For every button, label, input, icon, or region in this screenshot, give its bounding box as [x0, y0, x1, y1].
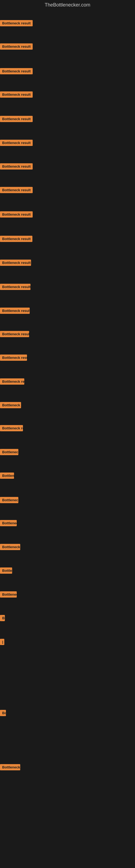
bottleneck-badge: Bottleneck res: [0, 425, 23, 431]
bottleneck-badge: |: [0, 639, 4, 645]
bottleneck-result-item: Bottleneck result: [0, 163, 33, 170]
bottleneck-badge: Bottleneck result: [0, 259, 31, 266]
bottleneck-result-item: B: [0, 615, 5, 622]
bottleneck-badge: Bottleneck result: [0, 163, 33, 169]
bottleneck-result-item: Bottleneck result: [0, 284, 31, 291]
bottleneck-result-item: Bottleneck result: [0, 331, 29, 338]
bottleneck-result-item: Bottleneck result: [0, 236, 32, 243]
bottleneck-result-item: Bottleneck: [0, 497, 18, 504]
bottleneck-badge: Bottleneck result: [0, 284, 31, 290]
bottleneck-badge: Bottleneck r: [0, 764, 20, 770]
bottleneck-badge: Bottleneck r: [0, 544, 20, 550]
site-title: TheBottlenecker.com: [0, 0, 135, 10]
bottleneck-result-item: Bottleneck res: [0, 425, 23, 432]
bottleneck-result-item: |: [0, 639, 4, 646]
bottleneck-badge: Bottleneck result: [0, 91, 33, 98]
bottleneck-result-item: Bottleneck result: [0, 187, 33, 194]
bottleneck-result-item: Bottleneck result: [0, 43, 33, 51]
bottleneck-badge: Bottlenec: [0, 591, 17, 597]
bottleneck-badge: B: [0, 615, 5, 621]
bottleneck-result-item: Bottlenec: [0, 520, 17, 527]
bottleneck-badge: Bottleneck result: [0, 308, 30, 314]
bottleneck-result-item: Bo: [0, 710, 6, 717]
bottleneck-result-item: Bottleneck result: [0, 140, 33, 147]
bottleneck-result-item: Bottleneck result: [0, 20, 33, 27]
bottleneck-result-item: Bottleneck r: [0, 544, 20, 551]
bottleneck-badge: Bottleneck result: [0, 331, 29, 337]
bottleneck-result-item: Bottleneck r: [0, 764, 20, 771]
bottleneck-result-item: Bottleneck result: [0, 91, 33, 99]
bottleneck-badge: Bottlenec: [0, 520, 17, 526]
bottleneck-result-item: Bottle: [0, 567, 12, 575]
bottleneck-badge: Bottleneck result: [0, 116, 33, 122]
bottleneck-result-item: Bottleneck result: [0, 211, 33, 219]
bottleneck-badge: Bottleneck result: [0, 187, 33, 193]
bottleneck-result-item: Bottleneck result: [0, 354, 27, 362]
bottleneck-result-item: Bottleneck result: [0, 308, 30, 315]
bottleneck-badge: Bottleneck result: [0, 68, 33, 74]
bottleneck-result-item: Bottleneck r: [0, 402, 21, 409]
bottleneck-result-item: Bottleneck result: [0, 378, 24, 386]
bottleneck-result-item: Bottleneck result: [0, 116, 33, 123]
bottleneck-result-item: Bottleneck: [0, 449, 18, 456]
bottleneck-badge: Bo: [0, 710, 6, 716]
bottleneck-result-item: Bottlen: [0, 472, 14, 480]
bottleneck-badge: Bottleneck result: [0, 378, 24, 384]
bottleneck-result-item: Bottleneck result: [0, 259, 31, 267]
bottleneck-badge: Bottleneck result: [0, 211, 33, 218]
bottleneck-badge: Bottleneck result: [0, 354, 27, 361]
bottleneck-badge: Bottleneck result: [0, 236, 32, 242]
bottleneck-badge: Bottleneck: [0, 449, 18, 455]
bottleneck-badge: Bottleneck result: [0, 20, 33, 26]
bottleneck-badge: Bottleneck result: [0, 43, 33, 50]
bottleneck-result-item: Bottlenec: [0, 591, 17, 599]
bottleneck-badge: Bottle: [0, 567, 12, 574]
bottleneck-badge: Bottleneck: [0, 497, 18, 503]
bottleneck-badge: Bottlen: [0, 472, 14, 479]
bottleneck-badge: Bottleneck result: [0, 140, 33, 146]
bottleneck-result-item: Bottleneck result: [0, 68, 33, 75]
bottleneck-badge: Bottleneck r: [0, 402, 21, 408]
